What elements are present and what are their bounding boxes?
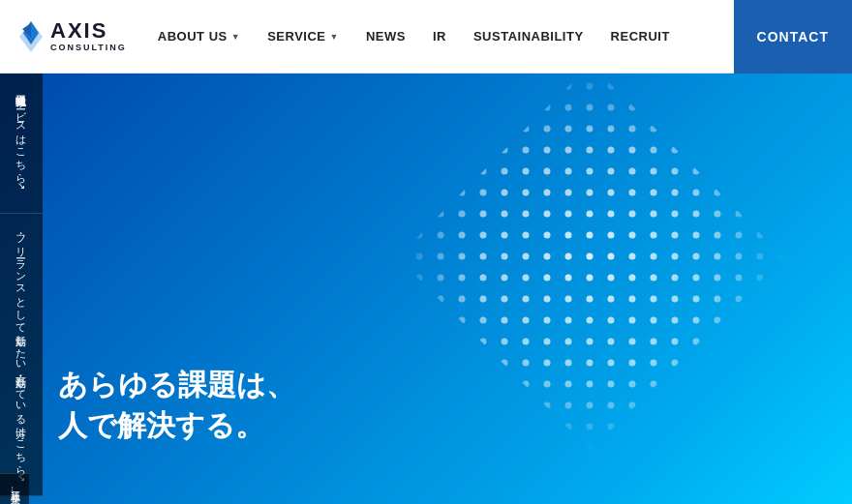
external-link-icon: ↗ (15, 182, 29, 190)
logo-text: AXIS CONSULTING (50, 19, 127, 52)
hero-line1: あらゆる課題は、 (58, 365, 295, 405)
nav-about-us[interactable]: ABOUT US ▼ (144, 0, 254, 73)
logo-axis: AXIS (50, 19, 127, 43)
axis-logo-icon (17, 19, 45, 54)
hero-text: あらゆる課題は、 人で解決する。 (58, 365, 295, 446)
chevron-down-icon: ▼ (330, 32, 339, 42)
logo-area[interactable]: AXIS CONSULTING (0, 19, 144, 54)
sidebar-tab-fulltime[interactable]: 正社員転職支援 サービスはこちら ↗ (0, 74, 43, 214)
svg-rect-6 (387, 74, 794, 460)
contact-button[interactable]: CONTACT (734, 0, 852, 74)
sidebar-tab-bottom-area: 正社員 企業... (0, 473, 43, 504)
hero-section: 正社員転職支援 サービスはこちら ↗ ・フリーランスとして活動したい方 ・活動し… (0, 74, 852, 504)
nav-news[interactable]: NEWS (352, 0, 419, 73)
nav-service[interactable]: SERVICE ▼ (254, 0, 352, 73)
main-nav: ABOUT US ▼ SERVICE ▼ NEWS IR SUSTAINABIL… (144, 0, 734, 73)
diamond-decoration (387, 74, 794, 460)
sidebar-tab-freelance[interactable]: ・フリーランスとして活動したい方 ・活動している方はこちら ↗ (0, 214, 43, 496)
hero-line2: 人で解決する。 (58, 405, 295, 446)
sidebar: 正社員転職支援 サービスはこちら ↗ ・フリーランスとして活動したい方 ・活動し… (0, 74, 43, 504)
nav-sustainability[interactable]: SUSTAINABILITY (460, 0, 597, 73)
header: AXIS CONSULTING ABOUT US ▼ SERVICE ▼ NEW… (0, 0, 852, 74)
chevron-down-icon: ▼ (231, 32, 240, 42)
nav-ir[interactable]: IR (419, 0, 460, 73)
logo-consulting: CONSULTING (50, 44, 127, 53)
sidebar-tab-company[interactable]: 正社員 企業... (0, 473, 29, 504)
nav-recruit[interactable]: RECRUIT (597, 0, 684, 73)
